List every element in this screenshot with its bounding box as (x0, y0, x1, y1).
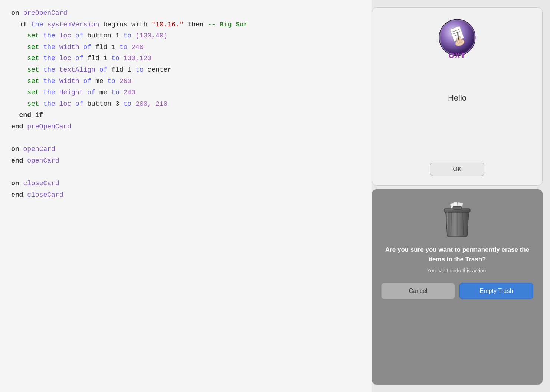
code-line-3: set the loc of button 1 to (130,40) (11, 30, 361, 42)
right-panel: OXT Hello OK (372, 0, 550, 392)
empty-trash-button[interactable]: Empty Trash (459, 283, 533, 299)
empty-trash-title: Are you sure you want to permanently era… (381, 245, 533, 264)
code-line-5: set the loc of fld 1 to 130,120 (11, 53, 361, 64)
code-line-15: end closeCard (11, 189, 361, 201)
code-line-10: end if (11, 110, 361, 121)
oxt-logo: OXT (437, 19, 478, 60)
ok-button[interactable]: OK (430, 163, 484, 176)
code-line-11: end preOpenCard (11, 121, 361, 133)
code-line-7: set the Width of me to 260 (11, 76, 361, 87)
code-line-13: end openCard (11, 155, 361, 167)
code-line-8: set the Height of me to 240 (11, 87, 361, 98)
trash-icon (441, 200, 474, 238)
code-line-6: set the textAlign of fld 1 to center (11, 64, 361, 76)
code-line-2: if the systemVersion begins with "10.16.… (11, 19, 361, 30)
code-line-blank1 (11, 133, 361, 144)
hello-text: Hello (448, 93, 466, 103)
code-line-4: set the width of fld 1 to 240 (11, 42, 361, 53)
empty-trash-dialog: Are you sure you want to permanently era… (372, 189, 543, 385)
code-line-9: set the loc of button 3 to 200, 210 (11, 98, 361, 110)
code-line-1: on preOpenCard (11, 7, 361, 19)
hello-dialog: OXT Hello OK (372, 7, 543, 186)
code-line-12: on openCard (11, 144, 361, 155)
empty-trash-subtitle: You can't undo this action. (427, 268, 488, 274)
svg-rect-17 (453, 206, 462, 209)
code-line-14: on closeCard (11, 178, 361, 189)
code-line-blank2 (11, 166, 361, 178)
cancel-button[interactable]: Cancel (381, 283, 455, 299)
dialog-button-row: Cancel Empty Trash (381, 283, 533, 299)
code-editor: on preOpenCard if the systemVersion begi… (0, 0, 372, 392)
